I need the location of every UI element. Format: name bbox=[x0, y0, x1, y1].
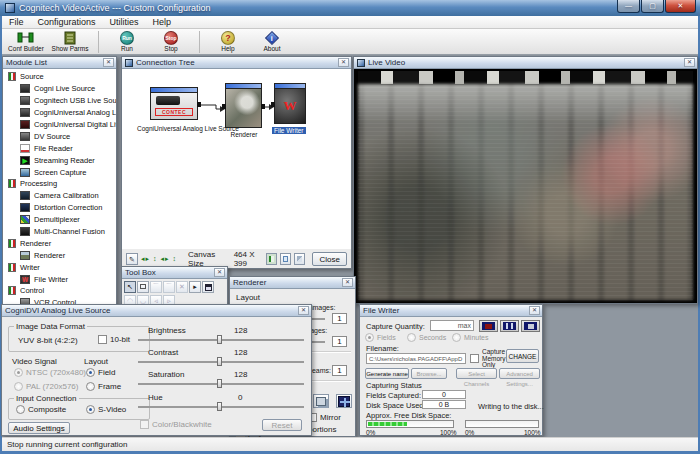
show-parms-button[interactable]: Show Parms bbox=[48, 30, 92, 54]
close-icon[interactable]: ✕ bbox=[684, 58, 695, 67]
canvas-view-button-3[interactable] bbox=[294, 253, 305, 265]
pause-button[interactable] bbox=[500, 320, 519, 332]
capture-memory-checkbox[interactable] bbox=[470, 354, 479, 363]
tool-box-titlebar[interactable]: Tool Box ✕ bbox=[122, 267, 227, 279]
close-icon[interactable]: ✕ bbox=[342, 278, 353, 287]
connection-tree-titlebar[interactable]: Connection Tree ✕ bbox=[122, 57, 351, 69]
category-control[interactable]: Control bbox=[3, 285, 116, 297]
module-item[interactable]: CogniUniversal Analog Live Sour bbox=[3, 107, 116, 119]
module-item[interactable]: DV Source bbox=[3, 130, 116, 142]
svideo-radio[interactable] bbox=[86, 405, 95, 414]
menu-help[interactable]: Help bbox=[146, 16, 179, 29]
output-port[interactable] bbox=[197, 102, 201, 107]
module-item[interactable]: Screen Capture bbox=[3, 166, 116, 178]
cascade-button[interactable] bbox=[313, 394, 329, 408]
live-video-titlebar[interactable]: Live Video ✕ bbox=[354, 57, 697, 69]
module-item[interactable]: Cogni Live Source bbox=[3, 83, 116, 95]
minutes-radio[interactable] bbox=[452, 333, 461, 342]
run-tool[interactable]: ▸ bbox=[189, 281, 201, 293]
stop-button[interactable]: Stop Stop bbox=[149, 30, 193, 54]
filename-input[interactable]: C:\Users\nicholas.PAGADFF\AppD bbox=[366, 353, 466, 364]
height-step-icons[interactable]: ↕ bbox=[173, 255, 178, 262]
browse-button[interactable]: Browse... bbox=[411, 368, 447, 379]
module-item[interactable]: Renderer bbox=[3, 249, 116, 261]
save-tool[interactable] bbox=[202, 281, 214, 293]
hue-slider[interactable] bbox=[138, 402, 304, 411]
vertical-images-value[interactable]: 1 bbox=[332, 336, 347, 347]
module-item[interactable]: ▶Streaming Reader bbox=[3, 154, 116, 166]
saturation-slider[interactable] bbox=[138, 379, 304, 388]
conf-builder-button[interactable]: Conf Builder bbox=[4, 30, 48, 54]
width-step-icons[interactable]: ◂▸ bbox=[161, 255, 170, 263]
generate-name-button[interactable]: Generate name bbox=[365, 368, 409, 379]
width-shrink-grow-icons[interactable]: ◂▸ bbox=[141, 255, 150, 263]
connect-tool[interactable]: ⌒ bbox=[150, 281, 162, 293]
input-port[interactable] bbox=[222, 104, 226, 109]
category-renderer[interactable]: Renderer bbox=[3, 237, 116, 249]
edit-pencil-icon[interactable]: ✎ bbox=[126, 253, 138, 265]
color-blackwhite-checkbox[interactable] bbox=[140, 420, 149, 429]
about-button[interactable]: i About bbox=[250, 30, 294, 54]
category-source[interactable]: Source bbox=[3, 71, 116, 83]
horizontal-images-value[interactable]: 1 bbox=[332, 313, 347, 324]
input-port[interactable] bbox=[271, 102, 275, 107]
canvas-close-button[interactable]: Close bbox=[312, 252, 347, 266]
delete-tool[interactable]: ✕ bbox=[176, 281, 188, 293]
close-icon[interactable]: ✕ bbox=[214, 268, 225, 277]
cognidvi-titlebar[interactable]: CogniDVI Analog Live Source ✕ bbox=[2, 305, 311, 317]
run-button[interactable]: Run Run bbox=[105, 30, 149, 54]
close-icon[interactable]: ✕ bbox=[298, 306, 309, 315]
window-titlebar[interactable]: Cognitech VideoActive --- Custom Configu… bbox=[0, 0, 700, 16]
maximize-button[interactable]: ▢ bbox=[641, 0, 664, 13]
field-radio[interactable] bbox=[86, 368, 95, 377]
module-item[interactable]: Camera Calibration bbox=[3, 190, 116, 202]
file-writer-titlebar[interactable]: File Writer ✕ bbox=[360, 305, 542, 317]
height-shrink-grow-icons[interactable]: ↕ bbox=[153, 255, 158, 262]
stop-capture-button[interactable] bbox=[521, 320, 540, 332]
contrast-slider[interactable] bbox=[138, 357, 304, 366]
module-item[interactable]: Distortion Correction bbox=[3, 202, 116, 214]
brightness-slider[interactable] bbox=[138, 335, 304, 344]
category-processing[interactable]: Processing bbox=[3, 178, 116, 190]
close-icon[interactable]: ✕ bbox=[103, 58, 114, 67]
reconnect-tool[interactable]: ⌒ bbox=[163, 281, 175, 293]
menu-configurations[interactable]: Configurations bbox=[31, 16, 103, 29]
module-item[interactable]: Multi-Channel Fusion bbox=[3, 226, 116, 238]
module-item[interactable]: CogniUniversal Digital Live Sour bbox=[3, 119, 116, 131]
fields-radio[interactable] bbox=[365, 333, 374, 342]
category-writer[interactable]: Writer bbox=[3, 261, 116, 273]
node-renderer[interactable] bbox=[225, 83, 262, 128]
reset-button[interactable]: Reset bbox=[262, 419, 302, 431]
audio-settings-button[interactable]: Audio Settings ... bbox=[8, 422, 70, 434]
output-port[interactable] bbox=[261, 104, 265, 109]
video-frame[interactable] bbox=[354, 69, 697, 303]
record-button[interactable] bbox=[479, 320, 498, 332]
menu-file[interactable]: File bbox=[2, 16, 31, 29]
seconds-radio[interactable] bbox=[407, 333, 416, 342]
node-analog-live-source[interactable]: CONTEC bbox=[150, 87, 198, 120]
ten-bit-checkbox[interactable] bbox=[98, 335, 107, 344]
node-file-writer[interactable]: W bbox=[274, 83, 306, 124]
renderer-titlebar[interactable]: Renderer ✕ bbox=[230, 277, 355, 289]
node-canvas[interactable]: CONTEC CogniUniversal Analog Live Source… bbox=[122, 69, 351, 249]
ntsc-radio[interactable] bbox=[14, 368, 23, 377]
minimize-button[interactable]: — bbox=[617, 0, 640, 13]
close-icon[interactable]: ✕ bbox=[529, 306, 540, 315]
incoming-streams-value[interactable]: 1 bbox=[332, 365, 347, 376]
close-icon[interactable]: ✕ bbox=[338, 58, 349, 67]
module-item[interactable]: File Reader bbox=[3, 142, 116, 154]
change-button[interactable]: CHANGE bbox=[506, 349, 539, 363]
composite-radio[interactable] bbox=[16, 405, 25, 414]
canvas-view-button-2[interactable] bbox=[280, 253, 291, 265]
module-item[interactable]: Demultiplexer bbox=[3, 214, 116, 226]
select-tool[interactable]: ↖ bbox=[124, 281, 136, 293]
advanced-settings-button[interactable]: Advanced Settings... bbox=[499, 368, 540, 379]
menu-utilities[interactable]: Utilities bbox=[103, 16, 146, 29]
pal-radio[interactable] bbox=[14, 382, 23, 391]
close-button[interactable]: ✕ bbox=[665, 0, 696, 13]
rectangle-tool[interactable] bbox=[137, 281, 149, 293]
capture-quantity-input[interactable]: max bbox=[430, 320, 474, 331]
help-button[interactable]: ? Help bbox=[206, 30, 250, 54]
module-item[interactable]: Cognitech USB Live Source bbox=[3, 95, 116, 107]
select-channels-button[interactable]: Select Channels bbox=[456, 368, 497, 379]
